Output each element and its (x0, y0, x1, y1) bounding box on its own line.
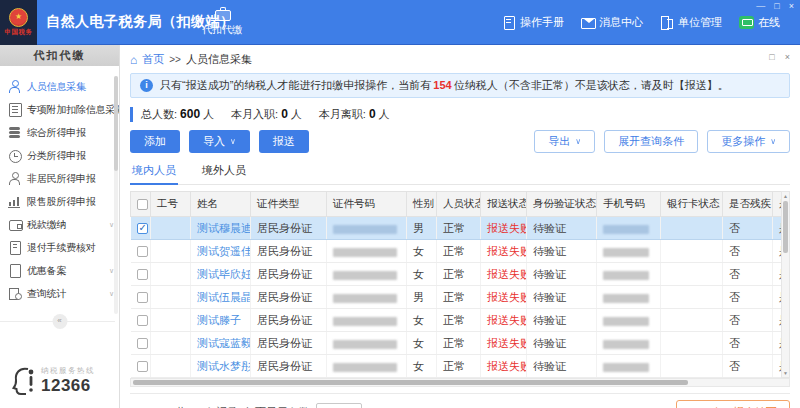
table-row[interactable]: 测试毕欣妊 居民身份证 女 正常 报送失败 待验证 否 是 (131, 263, 782, 286)
next-step-button[interactable]: 下一步，报表填写 (676, 400, 790, 408)
receipt-icon (8, 241, 22, 254)
toolbar-secondary-button[interactable]: 导出 (534, 130, 595, 153)
wallet-icon (8, 218, 22, 231)
sidebar-item[interactable]: 查询统计 (0, 282, 119, 305)
minimize-button[interactable]: — (756, 1, 765, 11)
pagination: ◀ 1/1 ▶ 共599条记录 每页显示条数 (130, 403, 362, 408)
button-label: 添加 (144, 134, 166, 149)
cell-gender: 女 (407, 263, 437, 286)
vertical-scrollbar[interactable] (781, 191, 790, 378)
blurred-id-number (333, 271, 397, 280)
cell-id-number-masked (327, 286, 407, 309)
cell-bank-status (661, 309, 723, 332)
cell-name-link[interactable]: 测试伍晨晶 (191, 286, 251, 309)
header-action[interactable]: 单位管理 (660, 15, 722, 30)
sidebar-item[interactable]: 税款缴纳 (0, 213, 119, 236)
sidebar-item[interactable]: 优惠备案 (0, 259, 119, 282)
panel-restore-button[interactable]: □ (769, 52, 774, 62)
toolbar-primary-button[interactable]: 添加 (130, 130, 180, 153)
vertical-scroll-thumb[interactable] (783, 201, 788, 253)
toolbar-secondary-button[interactable]: 展开查询条件 (604, 130, 698, 153)
scroll-down-icon[interactable] (782, 369, 789, 377)
cell-name-link[interactable]: 测试寇蓝毅 (191, 332, 251, 355)
blurred-id-number (333, 340, 397, 349)
cell-verify-status: 待验证 (527, 263, 597, 286)
page-size-input[interactable] (316, 403, 362, 408)
header-action-label: 消息中心 (599, 15, 643, 30)
horizontal-scrollbar[interactable] (130, 378, 790, 387)
column-header: 是 (773, 192, 782, 217)
row-checkbox-cell (131, 355, 151, 378)
cell-extra-clipped: 是 (773, 309, 782, 332)
header-action[interactable]: 操作手册 (502, 15, 564, 30)
maximize-button[interactable]: □ (774, 1, 779, 11)
sidebar: 代扣代缴 人员信息采集 专项附加扣除信息采集 综合所得申报 (0, 45, 120, 408)
module-tab-withholding[interactable]: 代扣代缴 (202, 6, 242, 37)
table-row[interactable]: 测试贺遥佳 居民身份证 女 正常 报送失败 待验证 否 是 (131, 240, 782, 263)
toolbar-primary: 添加 导入 报送 (130, 130, 309, 153)
sidebar-item[interactable]: 人员信息采集 (0, 75, 119, 98)
person-tab[interactable]: 境外人员 (200, 161, 248, 184)
horizontal-scroll-thumb[interactable] (133, 380, 688, 385)
cell-extra-clipped: 是 (773, 286, 782, 309)
table-row[interactable]: 测试水梦彤 居民身份证 女 正常 报送失败 待验证 否 是 (131, 355, 782, 378)
notice-count: 154 (433, 79, 451, 91)
cell-disabled: 否 (723, 309, 773, 332)
row-checkbox[interactable] (137, 361, 148, 372)
cell-name-link[interactable]: 测试滕子 (191, 309, 251, 332)
cell-phone-masked (597, 332, 661, 355)
column-header: 手机号码 (597, 192, 661, 217)
row-checkbox[interactable] (137, 269, 148, 280)
message-icon (581, 16, 595, 29)
main-content: □ × 首页 >> 人员信息采集 只有“报送成功”的纳税人才能进行扣缴申报操作，… (120, 45, 800, 408)
breadcrumb-home-link[interactable]: 首页 (142, 52, 164, 67)
footer-bar: ◀ 1/1 ▶ 共599条记录 每页显示条数 下一步，报表填写 (130, 393, 790, 408)
sidebar-item-label: 优惠备案 (27, 264, 66, 278)
header-action[interactable]: 在线 (739, 15, 780, 30)
cell-name-link[interactable]: 测试毕欣妊 (191, 263, 251, 286)
row-checkbox[interactable] (137, 246, 148, 257)
table-row[interactable]: 测试寇蓝毅 居民身份证 女 正常 报送失败 待验证 否 是 (131, 332, 782, 355)
online-icon (739, 16, 754, 29)
select-all-checkbox[interactable] (137, 199, 148, 210)
sidebar-item[interactable]: 专项附加扣除信息采集 (0, 98, 119, 121)
person-tab[interactable]: 境内人员 (130, 161, 178, 184)
table-row[interactable]: 测试伍晨晶 居民身份证 男 正常 报送失败 待验证 否 是 (131, 286, 782, 309)
row-checkbox[interactable] (137, 292, 148, 303)
breadcrumb-separator: >> (169, 54, 181, 65)
cell-phone-masked (597, 217, 661, 240)
row-checkbox[interactable] (137, 338, 148, 349)
blurred-id-number (333, 363, 397, 372)
sidebar-collapse-button[interactable]: « (52, 314, 67, 329)
toolbar-primary-button[interactable]: 报送 (259, 130, 309, 153)
cell-name-link[interactable]: 测试贺遥佳 (191, 240, 251, 263)
panel-close-button[interactable]: × (785, 52, 790, 62)
sidebar-item[interactable]: 综合所得申报 (0, 121, 119, 144)
cell-person-status: 正常 (437, 332, 481, 355)
sidebar-item[interactable]: 退付手续费核对 (0, 236, 119, 259)
sidebar-item[interactable]: 限售股所得申报 (0, 190, 119, 213)
toolbar-secondary-button[interactable]: 更多操作 (707, 130, 790, 153)
column-header: 身份验证状态 (527, 192, 597, 217)
cell-report-status: 报送失败 (481, 263, 527, 286)
close-button[interactable]: × (789, 1, 794, 11)
cell-person-status: 正常 (437, 240, 481, 263)
cell-name-link[interactable]: 测试穆晨迪 (191, 217, 251, 240)
table-row[interactable]: 测试滕子 居民身份证 女 正常 报送失败 待验证 否 是 (131, 309, 782, 332)
scroll-up-icon[interactable] (782, 192, 789, 200)
cell-name-link[interactable]: 测试水梦彤 (191, 355, 251, 378)
row-checkbox[interactable] (137, 223, 148, 234)
cell-emp-no (151, 332, 191, 355)
blurred-phone-number (603, 317, 649, 326)
table-row[interactable]: 测试穆晨迪 居民身份证 男 正常 报送失败 待验证 否 是 (131, 217, 782, 240)
sidebar-item[interactable]: 分类所得申报 (0, 144, 119, 167)
toolbar-primary-button[interactable]: 导入 (189, 130, 250, 153)
window-controls: — □ × (756, 1, 794, 11)
sidebar-item[interactable]: 非居民所得申报 (0, 167, 119, 190)
sidebar-item-label: 限售股所得申报 (27, 195, 96, 209)
header-action[interactable]: 消息中心 (581, 15, 643, 30)
sidebar-scrollbar[interactable] (114, 76, 118, 314)
row-checkbox[interactable] (137, 315, 148, 326)
building-icon (660, 16, 674, 29)
cell-phone-masked (597, 355, 661, 378)
